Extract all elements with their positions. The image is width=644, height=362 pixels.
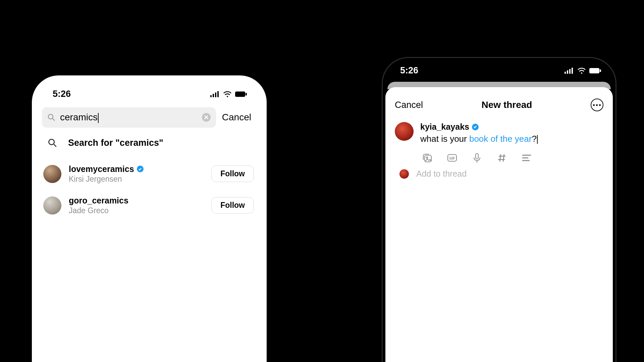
avatar[interactable] (395, 122, 414, 141)
sheet-title: New thread (482, 100, 532, 110)
topic-tag[interactable]: book of the year (469, 134, 532, 144)
search-field[interactable]: ceramics (42, 107, 216, 128)
search-input[interactable]: ceramics (60, 112, 197, 123)
svg-line-29 (503, 154, 504, 162)
svg-rect-13 (565, 72, 566, 74)
svg-rect-16 (572, 68, 573, 74)
svg-line-12 (54, 144, 56, 147)
status-time: 5:26 (400, 65, 418, 76)
svg-rect-2 (215, 93, 216, 97)
search-result[interactable]: lovemyceramics Kirsi Jergensen Follow (42, 158, 257, 190)
search-for-row[interactable]: Search for "ceramics" (42, 128, 257, 158)
follow-button[interactable]: Follow (211, 197, 254, 214)
svg-rect-6 (246, 93, 247, 96)
add-to-thread-label: Add to thread (416, 169, 467, 179)
compose-body: kyia_kayaks what is your book of the yea… (420, 122, 603, 164)
status-icons (210, 91, 247, 98)
result-text: lovemyceramics Kirsi Jergensen (69, 164, 204, 184)
verified-icon (137, 166, 144, 172)
more-icon[interactable] (591, 99, 603, 111)
search-for-text: Search for "ceramics" (68, 138, 163, 148)
cellular-icon (565, 68, 574, 74)
svg-text:GIF: GIF (449, 157, 455, 160)
svg-rect-14 (567, 70, 568, 74)
svg-point-17 (581, 72, 582, 74)
avatar (399, 169, 409, 179)
poll-icon[interactable] (521, 152, 532, 164)
search-icon (47, 113, 55, 121)
search-cancel[interactable]: Cancel (222, 112, 253, 123)
status-icons (565, 67, 601, 74)
battery-icon (235, 91, 247, 97)
svg-point-11 (49, 139, 54, 145)
compose-sheet: Cancel New thread kyia_kayaks what is yo… (385, 87, 613, 362)
avatar[interactable] (43, 196, 61, 215)
mic-icon[interactable] (471, 152, 483, 164)
svg-point-4 (227, 96, 228, 97)
clear-icon[interactable] (202, 113, 211, 122)
gif-icon[interactable]: GIF (446, 152, 458, 164)
sheet-header: Cancel New thread (385, 89, 613, 118)
status-bar: 5:26 (383, 58, 615, 82)
svg-rect-19 (600, 69, 601, 72)
result-fullname: Kirsi Jergensen (69, 175, 204, 184)
svg-line-8 (53, 119, 55, 121)
search-icon (46, 138, 59, 147)
svg-rect-15 (569, 69, 571, 74)
add-to-thread[interactable]: Add to thread (385, 164, 613, 179)
status-bar: 5:26 (42, 85, 257, 107)
svg-rect-1 (213, 94, 214, 97)
wifi-icon (223, 91, 232, 98)
compose-row: kyia_kayaks what is your book of the yea… (385, 118, 613, 164)
compose-input[interactable]: what is your book of the year? (420, 134, 603, 144)
result-handle: lovemyceramics (69, 164, 204, 174)
avatar[interactable] (43, 165, 61, 183)
svg-point-21 (426, 157, 428, 158)
cancel-button[interactable]: Cancel (395, 100, 423, 110)
status-time: 5:26 (53, 89, 71, 99)
svg-line-28 (500, 154, 501, 162)
follow-button[interactable]: Follow (211, 166, 254, 182)
result-fullname: Jade Greco (69, 206, 204, 215)
search-row: ceramics Cancel (42, 107, 257, 128)
search-result[interactable]: goro_ceramics Jade Greco Follow (42, 190, 257, 221)
svg-rect-3 (217, 91, 219, 97)
svg-rect-5 (235, 92, 245, 97)
wifi-icon (577, 67, 586, 74)
svg-point-7 (48, 114, 53, 119)
search-phone: 5:26 ceramics Cancel (32, 75, 267, 362)
result-text: goro_ceramics Jade Greco (69, 196, 204, 215)
verified-icon (472, 124, 479, 130)
result-handle: goro_ceramics (69, 196, 204, 205)
battery-icon (589, 68, 601, 74)
svg-rect-18 (589, 68, 599, 73)
attach-row: GIF (420, 144, 603, 164)
gallery-icon[interactable] (422, 152, 433, 164)
svg-rect-24 (476, 154, 478, 159)
compose-phone: 5:26 Cancel New thread kyia_kayaks (382, 57, 616, 362)
svg-rect-0 (210, 95, 212, 97)
cellular-icon (210, 91, 220, 97)
compose-handle: kyia_kayaks (420, 122, 603, 132)
hashtag-icon[interactable] (496, 152, 507, 164)
